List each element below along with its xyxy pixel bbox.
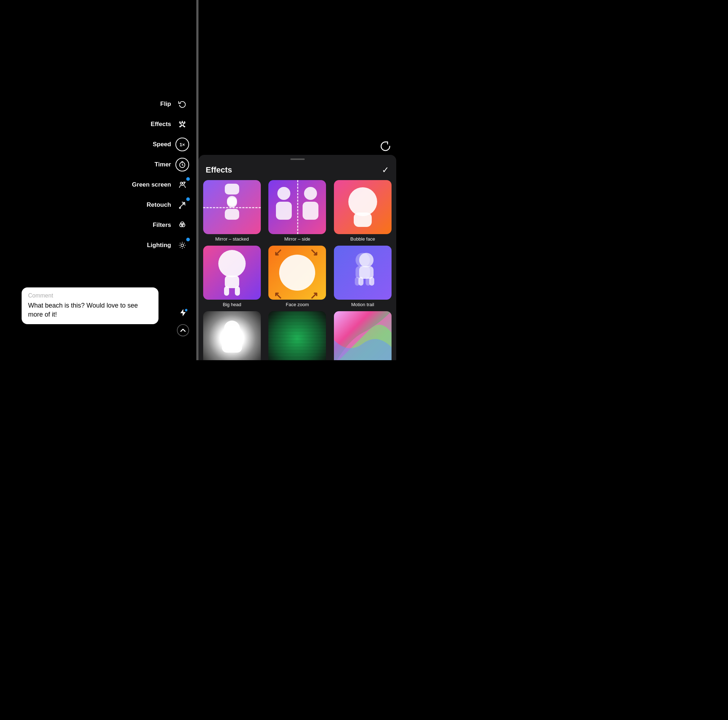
svg-rect-37 [303,202,318,220]
svg-rect-58 [222,335,242,353]
panel-header: Effects ✓ [199,165,396,180]
svg-line-25 [180,247,180,248]
lighting-label: Lighting [147,242,171,249]
svg-point-57 [224,321,240,336]
motion-trail-label: Motion trail [351,302,374,307]
big-head-thumb [203,246,261,300]
svg-point-0 [180,122,180,122]
effect-mirror-stacked[interactable]: Mirror – stacked [200,180,264,245]
svg-point-40 [218,250,246,277]
svg-rect-54 [359,266,373,279]
effects-grid: Mirror – stacked [199,180,396,360]
effect-bubble-face[interactable]: Bubble face [331,180,395,245]
effects-icon [176,118,189,131]
left-panel: Flip Effects Sp [0,0,196,360]
refresh-icon[interactable] [380,141,391,154]
camera-controls: Flip Effects Sp [132,97,189,252]
flip-label: Flip [160,101,171,108]
effect-colorful[interactable] [331,311,395,360]
green-noise-thumb [268,311,326,360]
mirror-side-thumb [268,180,326,234]
lighting-icon [176,238,189,252]
svg-line-7 [182,165,184,166]
svg-line-26 [184,243,184,243]
bottom-quick-controls [177,308,189,339]
big-head-label: Big head [223,302,241,307]
greenscreen-label: Green screen [132,181,171,188]
filters-control[interactable]: Filters [153,218,189,232]
motion-trail-thumb [334,246,392,300]
svg-point-28 [185,309,188,312]
greenscreen-control[interactable]: Green screen [132,178,189,192]
retouch-label: Retouch [147,201,171,209]
svg-rect-31 [225,184,239,194]
svg-point-2 [180,127,180,127]
effects-panel: Effects ✓ [199,155,396,360]
svg-point-3 [184,127,185,127]
comment-text: What beach is this? Would love to see mo… [28,301,152,319]
face-zoom-thumb: ↙ ↘ ↖ ↗ [268,246,326,300]
svg-rect-35 [276,202,292,220]
mirror-side-label: Mirror – side [284,236,310,242]
svg-point-9 [183,182,185,184]
comment-placeholder: Comment [28,292,152,299]
effect-mirror-side[interactable]: Mirror – side [265,180,329,245]
svg-point-34 [277,187,291,200]
flip-icon [176,97,189,111]
svg-point-44 [279,255,315,290]
svg-rect-41 [225,275,239,288]
retouch-control[interactable]: Retouch [147,198,189,212]
bubble-face-thumb [334,180,392,234]
mirror-stacked-thumb [203,180,261,234]
lighting-control[interactable]: Lighting [147,238,189,252]
svg-point-53 [359,253,373,267]
svg-rect-33 [225,209,239,220]
svg-text:↗: ↗ [310,290,318,300]
effect-silhouette[interactable] [200,311,264,360]
timer-control[interactable]: Timer [154,158,189,171]
retouch-icon [176,198,189,212]
svg-text:↙: ↙ [274,247,282,258]
filters-icon [176,218,189,232]
speed-control[interactable]: Speed 1× [153,138,189,151]
svg-rect-43 [235,286,240,296]
filters-label: Filters [153,222,171,229]
speed-icon: 1× [176,138,189,151]
effect-big-head[interactable]: Big head [200,246,264,310]
timer-label: Timer [154,161,171,168]
svg-rect-60 [268,311,326,360]
timer-icon [176,158,189,171]
effect-green-noise[interactable] [265,311,329,360]
svg-text:↘: ↘ [310,247,318,258]
panel-title: Effects [206,165,232,175]
right-panel: Effects ✓ [199,0,396,360]
colorful-thumb [334,311,392,360]
svg-rect-39 [354,212,372,227]
flash-icon[interactable] [179,308,187,319]
svg-point-32 [227,196,237,206]
svg-text:↖: ↖ [274,290,282,300]
chevron-up-icon[interactable] [177,324,189,339]
svg-line-23 [180,243,180,243]
check-button[interactable]: ✓ [382,165,389,175]
comment-bubble[interactable]: Comment What beach is this? Would love t… [21,287,159,324]
greenscreen-icon [176,178,189,192]
effects-label: Effects [151,121,171,128]
svg-point-36 [304,187,317,200]
effects-control[interactable]: Effects [151,118,189,131]
effect-motion-trail[interactable]: Motion trail [331,246,395,310]
bubble-face-label: Bubble face [350,236,375,242]
svg-point-38 [348,187,377,216]
svg-rect-42 [224,286,229,296]
silhouette-thumb [203,311,261,360]
svg-point-8 [180,182,183,184]
face-zoom-label: Face zoom [286,302,309,307]
svg-line-24 [184,247,184,248]
mirror-stacked-label: Mirror – stacked [216,236,249,242]
svg-point-1 [184,122,185,122]
svg-rect-56 [369,277,374,286]
flip-control[interactable]: Flip [160,97,189,111]
speed-label: Speed [153,141,171,148]
svg-marker-27 [180,309,186,316]
effect-face-zoom[interactable]: ↙ ↘ ↖ ↗ Face zoom [265,246,329,310]
